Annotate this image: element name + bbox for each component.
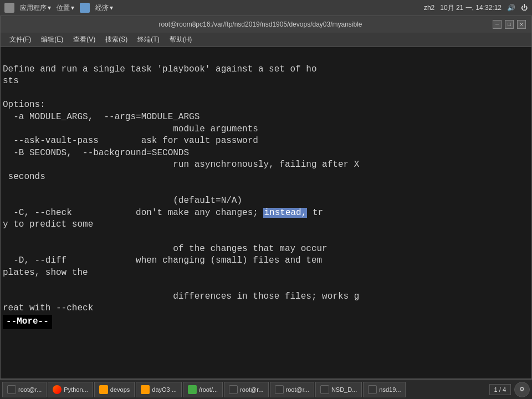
line-14: y to predict some <box>3 219 93 229</box>
taskbar-item-0[interactable]: root@r... <box>2 382 47 397</box>
taskbar-label-0: root@r... <box>18 386 42 393</box>
line-18: plates, show the <box>3 268 88 278</box>
menubar: 文件(F) 编辑(E) 查看(V) 搜索(S) 终端(T) 帮助(H) <box>1 33 531 47</box>
taskbar-label-4: /root/... <box>199 386 218 393</box>
minimize-button[interactable]: ─ <box>493 20 502 29</box>
taskbar-icon-4 <box>188 385 197 394</box>
menu-file[interactable]: 文件(F) <box>5 34 35 45</box>
network-menu[interactable]: 经济 ▾ <box>95 3 113 13</box>
terminal-content[interactable]: Define and run a single task 'playbook' … <box>1 47 531 378</box>
more-bar: --More-- <box>3 315 52 329</box>
taskbar-item-2[interactable]: devops <box>94 382 135 397</box>
close-button[interactable]: ✕ <box>517 20 526 29</box>
taskbar-label-2: devops <box>110 386 130 393</box>
system-info: zh2 10月 21 一, 14:32:12 🔊 ⏻ <box>424 3 528 13</box>
taskbar-item-6[interactable]: root@r... <box>270 382 314 397</box>
taskbar-icon-3 <box>141 385 150 394</box>
line-8: -B SECONDS, --background=SECONDS <box>3 148 189 158</box>
taskbar-right: 1 / 4 ⚙ <box>489 382 530 397</box>
titlebar: root@room8pc16:/var/ftp/nsd2019/nsd1905/… <box>1 16 531 33</box>
taskbar-item-1[interactable]: Python... <box>48 382 93 397</box>
line-9: run asynchronously, failing after X <box>3 160 359 170</box>
taskbar-label-7: NSD_D... <box>331 386 357 393</box>
location-menu[interactable]: 位置 ▾ <box>57 3 74 13</box>
line-13-highlight: instead, <box>263 208 307 218</box>
app-menu[interactable]: 应用程序 ▾ <box>20 3 51 13</box>
taskbar-label-6: root@r... <box>286 386 309 393</box>
line-2: sts <box>3 76 19 86</box>
taskbar-label-1: Python... <box>64 386 88 393</box>
line-4: Options: <box>3 100 45 110</box>
taskbar-label-5: root@r... <box>240 386 263 393</box>
power-icon: ⏻ <box>521 4 528 12</box>
taskbar-icon-2 <box>99 385 108 394</box>
titlebar-buttons: ─ □ ✕ <box>493 20 526 29</box>
taskbar-item-8[interactable]: nsd19... <box>363 382 406 397</box>
line-17: -D, --diff when changing (small) files a… <box>3 255 322 265</box>
system-bar: 应用程序 ▾ 位置 ▾ 经济 ▾ zh2 10月 21 一, 14:32:12 … <box>0 0 532 16</box>
window-title: root@room8pc16:/var/ftp/nsd2019/nsd1905/… <box>28 21 493 28</box>
taskbar-icon-7 <box>320 385 329 394</box>
line-7: --ask-vault-pass ask for vault password <box>3 136 258 146</box>
taskbar-item-3[interactable]: dayO3 ... <box>136 382 182 397</box>
line-12: (default=N/A) <box>3 196 242 206</box>
app-icon <box>4 3 14 13</box>
line-16: of the changes that may occur <box>3 244 328 254</box>
taskbar-icon-5 <box>229 385 238 394</box>
menu-search[interactable]: 搜索(S) <box>101 34 132 45</box>
taskbar-item-5[interactable]: root@r... <box>224 382 268 397</box>
taskbar-icon-6 <box>275 385 284 394</box>
taskbar-label-3: dayO3 ... <box>152 386 177 393</box>
taskbar-item-7[interactable]: NSD_D... <box>315 382 362 397</box>
taskbar-label-8: nsd19... <box>379 386 401 393</box>
line-13-pre: -C, --check don't make any changes; <box>3 208 263 218</box>
line-10: seconds <box>3 172 45 182</box>
menu-view[interactable]: 查看(V) <box>69 34 100 45</box>
line-21: reat with --check <box>3 303 93 313</box>
taskbar-icon-0 <box>7 385 16 394</box>
line-13-post: tr <box>307 208 323 218</box>
line-20: differences in those files; works g <box>3 291 359 301</box>
page-indicator: 1 / 4 <box>489 384 511 395</box>
terminal-window: root@room8pc16:/var/ftp/nsd2019/nsd1905/… <box>0 16 532 379</box>
network-icon <box>80 3 90 13</box>
settings-icon: ⚙ <box>519 386 525 393</box>
line-1: Define and run a single task 'playbook' … <box>3 64 317 74</box>
volume-icon: 🔊 <box>507 4 515 12</box>
menu-help[interactable]: 帮助(H) <box>165 34 197 45</box>
menu-terminal[interactable]: 终端(T) <box>133 34 163 45</box>
line-5: -a MODULE_ARGS, --args=MODULE_ARGS <box>3 112 200 122</box>
taskbar: root@r... Python... devops dayO3 ... /ro… <box>0 379 532 399</box>
taskbar-item-4[interactable]: /root/... <box>183 382 223 397</box>
maximize-button[interactable]: □ <box>505 20 514 29</box>
taskbar-settings[interactable]: ⚙ <box>514 382 530 397</box>
taskbar-icon-1 <box>53 385 62 394</box>
taskbar-icon-8 <box>368 385 377 394</box>
menu-edit[interactable]: 编辑(E) <box>37 34 68 45</box>
line-6: module arguments <box>3 124 258 134</box>
